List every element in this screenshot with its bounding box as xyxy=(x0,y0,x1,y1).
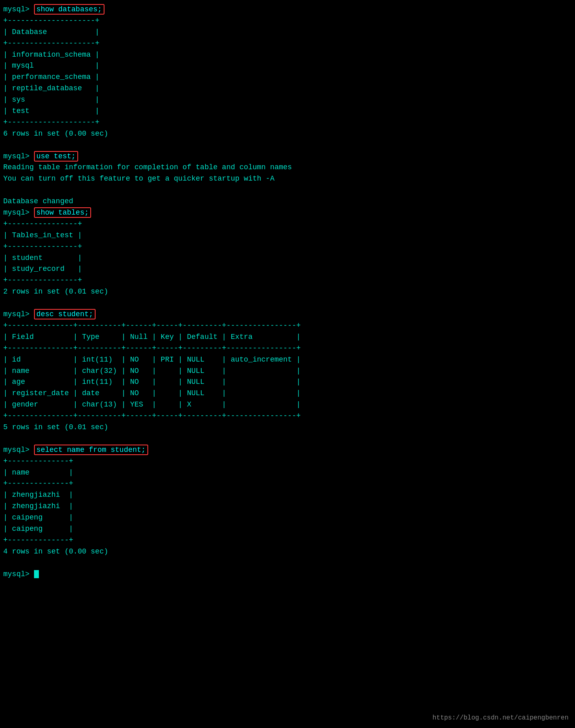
terminal-line: | id | int(11) | NO | PRI | NULL | auto_… xyxy=(3,354,572,366)
terminal-line: Database changed xyxy=(3,196,572,207)
terminal-line: mysql> show tables; xyxy=(3,207,572,219)
terminal-line: +---------------+----------+------+-----… xyxy=(3,411,572,422)
terminal-line: +--------------+ xyxy=(3,456,572,467)
sql-command: use test; xyxy=(34,151,78,162)
terminal-line xyxy=(3,140,572,151)
terminal-line: | name | char(32) | NO | | NULL | | xyxy=(3,366,572,377)
terminal-line: | zhengjiazhi | xyxy=(3,501,572,512)
terminal-line: +----------------+ xyxy=(3,275,572,286)
mysql-prompt: mysql> xyxy=(3,310,34,318)
terminal-line: +---------------+----------+------+-----… xyxy=(3,320,572,332)
terminal-line: +--------------+ xyxy=(3,535,572,546)
terminal-line: +---------------+----------+------+-----… xyxy=(3,343,572,354)
terminal-line: mysql> desc student; xyxy=(3,309,572,320)
watermark: https://blog.csdn.net/caipengbenren xyxy=(432,714,569,722)
terminal-line xyxy=(3,558,572,569)
terminal-line: +----------------+ xyxy=(3,219,572,230)
terminal-line: | Database | xyxy=(3,27,572,38)
terminal-line: +--------------------+ xyxy=(3,15,572,27)
terminal-line: | age | int(11) | NO | | NULL | | xyxy=(3,377,572,388)
cursor xyxy=(34,570,39,578)
terminal-line: 4 rows in set (0.00 sec) xyxy=(3,546,572,558)
terminal-line: +--------------+ xyxy=(3,478,572,490)
terminal-line: | name | xyxy=(3,467,572,479)
terminal-line: | student | xyxy=(3,253,572,264)
terminal-line xyxy=(3,433,572,445)
terminal-line xyxy=(3,185,572,196)
terminal-line: | register_date | date | NO | | NULL | | xyxy=(3,388,572,399)
terminal-line: | caipeng | xyxy=(3,512,572,524)
terminal-line: | sys | xyxy=(3,94,572,106)
terminal: mysql> show databases;+-----------------… xyxy=(3,4,572,580)
terminal-line: | information_schema | xyxy=(3,49,572,61)
mysql-prompt: mysql> xyxy=(3,570,34,578)
sql-command: select name from student; xyxy=(34,445,148,455)
terminal-line: +--------------------+ xyxy=(3,117,572,128)
terminal-line: | Tables_in_test | xyxy=(3,230,572,241)
terminal-line xyxy=(3,298,572,309)
terminal-line: | Field | Type | Null | Key | Default | … xyxy=(3,332,572,343)
sql-command: desc student; xyxy=(34,309,96,319)
terminal-line: +----------------+ xyxy=(3,241,572,253)
terminal-line: Reading table information for completion… xyxy=(3,162,572,173)
terminal-line: | zhengjiazhi | xyxy=(3,490,572,501)
sql-command: show databases; xyxy=(34,4,104,15)
terminal-line: mysql> use test; xyxy=(3,151,572,162)
terminal-line: | caipeng | xyxy=(3,524,572,535)
mysql-prompt: mysql> xyxy=(3,446,34,454)
terminal-line: +--------------------+ xyxy=(3,38,572,49)
terminal-line: | gender | char(13) | YES | | X | | xyxy=(3,399,572,411)
terminal-line: | test | xyxy=(3,106,572,117)
terminal-line: | mysql | xyxy=(3,60,572,72)
terminal-line: mysql> select name from student; xyxy=(3,445,572,456)
terminal-line: | reptile_database | xyxy=(3,83,572,94)
sql-command: show tables; xyxy=(34,207,92,218)
terminal-line: mysql> xyxy=(3,569,572,580)
terminal-line: | study_record | xyxy=(3,264,572,275)
mysql-prompt: mysql> xyxy=(3,152,34,160)
terminal-line: 5 rows in set (0.01 sec) xyxy=(3,422,572,433)
terminal-line: | performance_schema | xyxy=(3,72,572,83)
terminal-line: 2 rows in set (0.01 sec) xyxy=(3,286,572,298)
mysql-prompt: mysql> xyxy=(3,5,34,13)
mysql-prompt: mysql> xyxy=(3,209,34,217)
terminal-line: mysql> show databases; xyxy=(3,4,572,15)
terminal-line: You can turn off this feature to get a q… xyxy=(3,173,572,185)
terminal-line: 6 rows in set (0.00 sec) xyxy=(3,128,572,140)
